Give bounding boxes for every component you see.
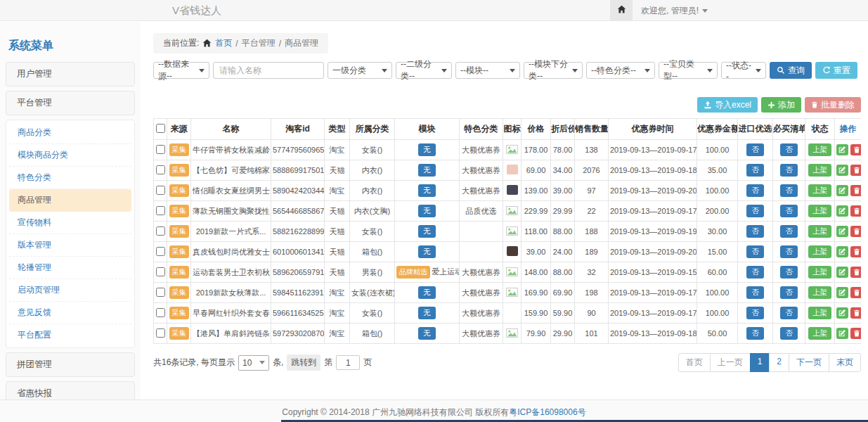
delete-button[interactable] xyxy=(850,246,861,257)
import-toggle-button[interactable]: 否 xyxy=(746,327,764,340)
edit-button[interactable] xyxy=(836,226,848,237)
must-buy-toggle-button[interactable]: 否 xyxy=(780,286,798,299)
module-badge[interactable]: 无 xyxy=(418,245,436,258)
status-button[interactable]: 上架 xyxy=(808,327,831,340)
search-name-input[interactable] xyxy=(213,62,324,79)
must-buy-toggle-button[interactable]: 否 xyxy=(780,205,798,217)
row-checkbox[interactable] xyxy=(156,328,165,338)
edit-button[interactable] xyxy=(836,246,848,257)
jump-button[interactable]: 跳转到 xyxy=(287,354,320,371)
edit-button[interactable] xyxy=(836,144,848,155)
import-toggle-button[interactable]: 否 xyxy=(746,307,764,319)
delete-button[interactable] xyxy=(850,205,861,217)
row-checkbox[interactable] xyxy=(156,206,165,215)
must-buy-toggle-button[interactable]: 否 xyxy=(780,184,798,197)
must-buy-toggle-button[interactable]: 否 xyxy=(780,143,798,156)
must-buy-toggle-button[interactable]: 否 xyxy=(780,245,798,258)
must-buy-toggle-button[interactable]: 否 xyxy=(780,225,798,238)
pager-page-1[interactable]: 1 xyxy=(750,353,770,372)
import-toggle-button[interactable]: 否 xyxy=(746,225,764,238)
icp-link[interactable]: 粤ICP备16098006号 xyxy=(509,407,585,417)
search-button[interactable]: 查询 xyxy=(770,62,812,79)
edit-button[interactable] xyxy=(836,205,848,217)
filter-select-item-type[interactable]: --宝贝类型-- xyxy=(659,62,718,79)
import-toggle-button[interactable]: 否 xyxy=(746,205,764,217)
status-button[interactable]: 上架 xyxy=(808,143,831,156)
status-button[interactable]: 上架 xyxy=(808,205,831,217)
sidebar-item[interactable]: 拼团管理 xyxy=(6,352,135,377)
sidebar-subitem-active[interactable]: 商品管理 xyxy=(9,189,131,212)
delete-button[interactable] xyxy=(850,144,861,155)
import-toggle-button[interactable]: 否 xyxy=(746,266,764,279)
delete-button[interactable] xyxy=(850,328,861,339)
edit-button[interactable] xyxy=(836,287,848,298)
module-badge[interactable]: 无 xyxy=(418,184,436,197)
filter-select-level1-category[interactable]: 一级分类 xyxy=(328,62,392,79)
pager-first[interactable]: 首页 xyxy=(678,353,711,372)
per-page-select[interactable]: 10 xyxy=(238,355,269,371)
delete-button[interactable] xyxy=(850,165,861,176)
module-badge[interactable]: 无 xyxy=(418,143,436,156)
module-badge[interactable]: 无 xyxy=(418,205,436,217)
module-badge[interactable]: 无 xyxy=(418,327,436,340)
row-checkbox[interactable] xyxy=(156,226,165,236)
select-all-checkbox[interactable] xyxy=(156,124,165,133)
pager-page-2[interactable]: 2 xyxy=(769,353,789,372)
sidebar-subitem[interactable]: 版本管理 xyxy=(9,234,131,257)
module-badge[interactable]: 无 xyxy=(418,164,436,177)
import-excel-button[interactable]: 导入excel xyxy=(697,97,758,113)
edit-button[interactable] xyxy=(836,307,848,319)
status-button[interactable]: 上架 xyxy=(808,184,831,197)
user-menu[interactable]: 欢迎您, 管理员! xyxy=(633,0,716,21)
row-checkbox[interactable] xyxy=(156,288,165,297)
sidebar-subitem[interactable]: 意见反馈 xyxy=(9,302,131,324)
sidebar-subitem[interactable]: 启动页管理 xyxy=(9,279,131,302)
home-button[interactable] xyxy=(610,0,633,21)
sidebar-subitem[interactable]: 商品分类 xyxy=(9,122,131,144)
sidebar-item[interactable]: 省惠快报 xyxy=(6,381,135,399)
status-button[interactable]: 上架 xyxy=(808,164,831,177)
delete-button[interactable] xyxy=(850,226,861,237)
import-toggle-button[interactable]: 否 xyxy=(746,184,764,197)
row-checkbox[interactable] xyxy=(156,186,165,195)
import-toggle-button[interactable]: 否 xyxy=(746,164,764,177)
sidebar-subitem[interactable]: 轮播管理 xyxy=(9,257,131,279)
status-button[interactable]: 上架 xyxy=(808,266,831,279)
batch-delete-button[interactable]: 批量删除 xyxy=(805,97,861,113)
row-checkbox[interactable] xyxy=(156,145,165,154)
row-checkbox[interactable] xyxy=(156,247,165,256)
filter-select-module[interactable]: --模块-- xyxy=(455,62,520,79)
reset-button[interactable]: 重置 xyxy=(815,62,857,79)
sidebar-subitem[interactable]: 宣传物料 xyxy=(9,212,131,234)
filter-select-module-sub-category[interactable]: --模块下分类-- xyxy=(524,62,583,79)
import-toggle-button[interactable]: 否 xyxy=(746,286,764,299)
row-checkbox[interactable] xyxy=(156,267,165,276)
module-badge[interactable]: 品牌精选 xyxy=(396,266,430,279)
row-checkbox[interactable] xyxy=(156,308,165,317)
module-badge[interactable]: 无 xyxy=(418,225,436,238)
sidebar-subitem[interactable]: 平台配置 xyxy=(9,324,131,346)
edit-button[interactable] xyxy=(836,328,848,339)
add-button[interactable]: 添加 xyxy=(761,97,801,113)
filter-select-level2-category[interactable]: --二级分类-- xyxy=(396,62,452,79)
delete-button[interactable] xyxy=(850,287,861,298)
page-number-input[interactable] xyxy=(336,355,360,370)
status-button[interactable]: 上架 xyxy=(808,245,831,258)
import-toggle-button[interactable]: 否 xyxy=(746,245,764,258)
pager-last[interactable]: 末页 xyxy=(829,353,861,372)
filter-select-status[interactable]: --状态-- xyxy=(721,62,766,79)
delete-button[interactable] xyxy=(850,307,861,319)
pager-prev[interactable]: 上一页 xyxy=(710,353,751,372)
status-button[interactable]: 上架 xyxy=(808,307,831,319)
sidebar-subitem[interactable]: 特色分类 xyxy=(9,167,131,189)
import-toggle-button[interactable]: 否 xyxy=(746,143,764,156)
breadcrumb-home-link[interactable]: 首页 xyxy=(215,37,232,49)
delete-button[interactable] xyxy=(850,185,861,196)
delete-button[interactable] xyxy=(850,267,861,278)
pager-next[interactable]: 下一页 xyxy=(789,353,829,372)
sidebar-item[interactable]: 用户管理 xyxy=(6,62,135,87)
row-checkbox[interactable] xyxy=(156,165,165,174)
must-buy-toggle-button[interactable]: 否 xyxy=(780,266,798,279)
must-buy-toggle-button[interactable]: 否 xyxy=(780,307,798,319)
sidebar-item[interactable]: 平台管理 xyxy=(6,91,135,115)
